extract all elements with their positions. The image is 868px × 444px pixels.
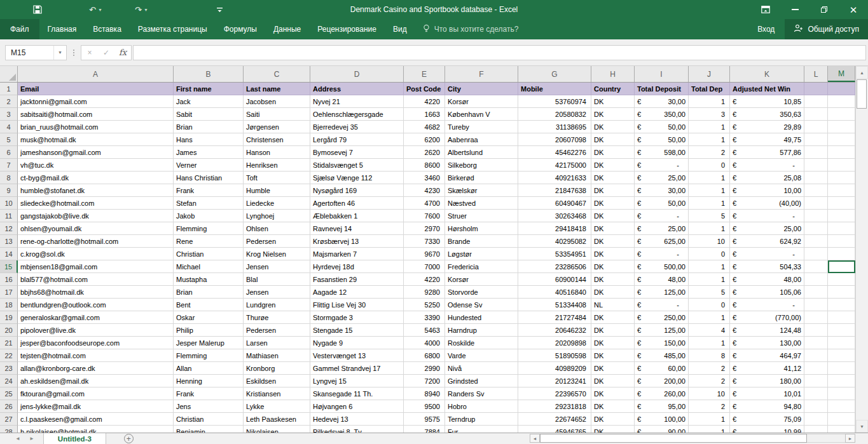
sign-in-button[interactable]: Вход <box>747 19 785 39</box>
cell-I23[interactable]: €60,00 <box>635 362 689 375</box>
cell-G9[interactable]: 21847638 <box>518 184 591 197</box>
cell-G23[interactable]: 40989209 <box>518 362 591 375</box>
row-header-7[interactable]: 7 <box>0 159 18 172</box>
cell-G5[interactable]: 20607098 <box>518 133 591 146</box>
cell-D1[interactable]: Address <box>310 83 404 95</box>
cell-M25[interactable] <box>828 387 855 400</box>
cell-B7[interactable]: Verner <box>174 159 244 172</box>
cell-L28[interactable] <box>804 426 828 433</box>
cell-A27[interactable]: c.l.paaskesen@gmail.com <box>18 413 174 426</box>
cell-A7[interactable]: vh@tuc.dk <box>18 159 174 172</box>
cell-H8[interactable]: DK <box>591 172 635 184</box>
row-header-12[interactable]: 12 <box>0 222 18 235</box>
cell-D12[interactable]: Ravnevej 14 <box>310 222 404 235</box>
cell-C28[interactable]: Nikolajsen <box>244 426 310 433</box>
row-header-6[interactable]: 6 <box>0 146 18 159</box>
cell-G14[interactable]: 53354951 <box>518 248 591 260</box>
cell-M12[interactable] <box>828 222 855 235</box>
row-header-26[interactable]: 26 <box>0 400 18 413</box>
cell-B5[interactable]: Hans <box>174 133 244 146</box>
cell-I11[interactable]: €- <box>635 210 689 222</box>
cell-H25[interactable]: DK <box>591 387 635 400</box>
column-header-I[interactable]: I <box>635 66 689 82</box>
cell-I21[interactable]: €150,00 <box>635 337 689 349</box>
cell-E10[interactable]: 4700 <box>404 197 445 210</box>
cell-L5[interactable] <box>804 133 828 146</box>
cell-L11[interactable] <box>804 210 828 222</box>
cell-B19[interactable]: Oskar <box>174 311 244 324</box>
cell-L24[interactable] <box>804 375 828 387</box>
cell-H18[interactable]: NL <box>591 299 635 311</box>
cell-A23[interactable]: allan@kronborg-care.dk <box>18 362 174 375</box>
cell-D8[interactable]: Sjælsø Vænge 112 <box>310 172 404 184</box>
confirm-icon[interactable]: ✓ <box>98 46 114 60</box>
cell-A15[interactable]: mbjensen18@gmail.com <box>18 260 174 273</box>
row-header-5[interactable]: 5 <box>0 133 18 146</box>
cell-E21[interactable]: 4000 <box>404 337 445 349</box>
insert-function-icon[interactable]: fx <box>114 46 131 60</box>
cell-C27[interactable]: Leth Paaskesen <box>244 413 310 426</box>
cell-C13[interactable]: Pedersen <box>244 235 310 248</box>
cell-D9[interactable]: Nysøgård 169 <box>310 184 404 197</box>
cell-C12[interactable]: Ohlsen <box>244 222 310 235</box>
cell-E3[interactable]: 1663 <box>404 108 445 121</box>
cell-M9[interactable] <box>828 184 855 197</box>
cell-B9[interactable]: Frank <box>174 184 244 197</box>
cell-C18[interactable]: Lundgren <box>244 299 310 311</box>
column-header-H[interactable]: H <box>591 66 635 82</box>
cell-A4[interactable]: brian_ruus@hotmail.com <box>18 121 174 133</box>
cell-K22[interactable]: €464,97 <box>730 349 804 362</box>
cell-I26[interactable]: €95,00 <box>635 400 689 413</box>
cell-L17[interactable] <box>804 286 828 299</box>
cell-I4[interactable]: €50,00 <box>635 121 689 133</box>
cell-H16[interactable]: DK <box>591 273 635 286</box>
cell-B8[interactable]: Hans Christian <box>174 172 244 184</box>
cell-I5[interactable]: €50,00 <box>635 133 689 146</box>
scroll-down-icon[interactable]: ▼ <box>856 420 868 433</box>
row-header-14[interactable]: 14 <box>0 248 18 260</box>
column-header-D[interactable]: D <box>310 66 404 82</box>
tab-formulas[interactable]: Формулы <box>216 19 265 39</box>
cell-E25[interactable]: 8940 <box>404 387 445 400</box>
cell-E8[interactable]: 3460 <box>404 172 445 184</box>
cell-A18[interactable]: bentlundgren@outlook.com <box>18 299 174 311</box>
cell-K1[interactable]: Adjusted Net Win <box>730 83 804 95</box>
cell-C6[interactable]: Hanson <box>244 146 310 159</box>
sheet-nav-next-icon[interactable]: ► <box>29 436 34 441</box>
cell-A9[interactable]: humble@stofanet.dk <box>18 184 174 197</box>
cell-B25[interactable]: Frank <box>174 387 244 400</box>
cell-H12[interactable]: DK <box>591 222 635 235</box>
cell-H5[interactable]: DK <box>591 133 635 146</box>
cell-I16[interactable]: €48,00 <box>635 273 689 286</box>
cell-E26[interactable]: 9500 <box>404 400 445 413</box>
cell-K6[interactable]: €577,86 <box>730 146 804 159</box>
cell-C9[interactable]: Humble <box>244 184 310 197</box>
minimize-button[interactable] <box>780 0 809 19</box>
column-header-B[interactable]: B <box>174 66 244 82</box>
redo-dropdown-icon[interactable]: ▼ <box>144 8 148 12</box>
column-header-E[interactable]: E <box>404 66 445 82</box>
cell-I14[interactable]: €- <box>635 248 689 260</box>
cell-I1[interactable]: Total Deposit <box>635 83 689 95</box>
cell-B17[interactable]: Brian <box>174 286 244 299</box>
cell-D7[interactable]: Stidalsvænget 5 <box>310 159 404 172</box>
cell-M20[interactable] <box>828 324 855 337</box>
cell-F2[interactable]: Korsør <box>445 95 518 108</box>
row-header-24[interactable]: 24 <box>0 375 18 387</box>
cell-L3[interactable] <box>804 108 828 121</box>
cell-G22[interactable]: 51890598 <box>518 349 591 362</box>
cell-E20[interactable]: 5463 <box>404 324 445 337</box>
add-sheet-icon[interactable]: + <box>124 434 134 443</box>
cell-J10[interactable]: 1 <box>689 197 730 210</box>
cell-C23[interactable]: Kronborg <box>244 362 310 375</box>
cell-E16[interactable]: 4220 <box>404 273 445 286</box>
cell-K9[interactable]: €10,00 <box>730 184 804 197</box>
cell-A21[interactable]: jesper@baconfoodseurope.com <box>18 337 174 349</box>
cell-C26[interactable]: Lykke <box>244 400 310 413</box>
cell-J2[interactable]: 1 <box>689 95 730 108</box>
cell-I22[interactable]: €485,00 <box>635 349 689 362</box>
vertical-scrollbar-thumb[interactable] <box>857 79 867 109</box>
cell-A14[interactable]: c.krog@sol.dk <box>18 248 174 260</box>
cell-B21[interactable]: Jesper Malerup <box>174 337 244 349</box>
row-header-8[interactable]: 8 <box>0 172 18 184</box>
